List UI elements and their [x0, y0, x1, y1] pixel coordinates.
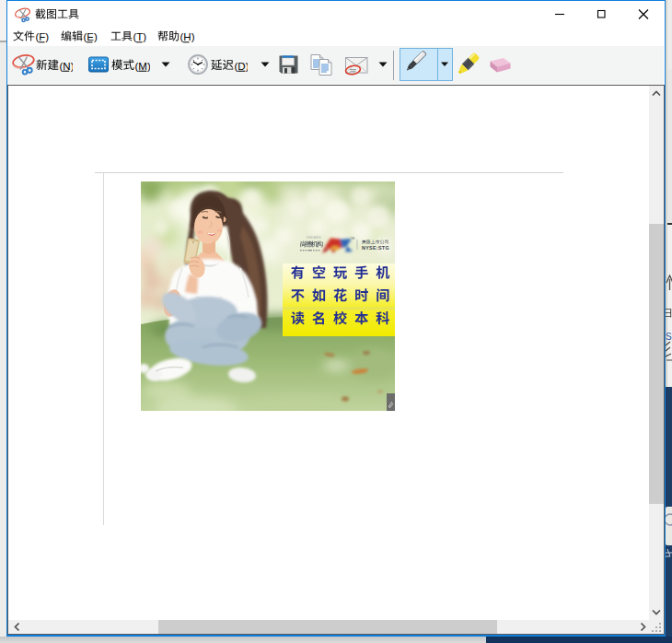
svg-text:(M): (M): [135, 61, 151, 72]
svg-text:SUNLANDS: SUNLANDS: [307, 236, 321, 240]
svg-text:(D): (D): [235, 61, 249, 72]
svg-text:TM: TM: [351, 237, 355, 240]
svg-text:NYSE:STG: NYSE:STG: [362, 245, 389, 251]
svg-text:(T): (T): [133, 31, 147, 42]
svg-text:S: S: [666, 332, 672, 342]
svg-text:(E): (E): [84, 31, 98, 42]
svg-text:(F): (F): [36, 31, 50, 42]
svg-text:(N): (N): [60, 61, 74, 72]
svg-text:(H): (H): [180, 31, 195, 42]
